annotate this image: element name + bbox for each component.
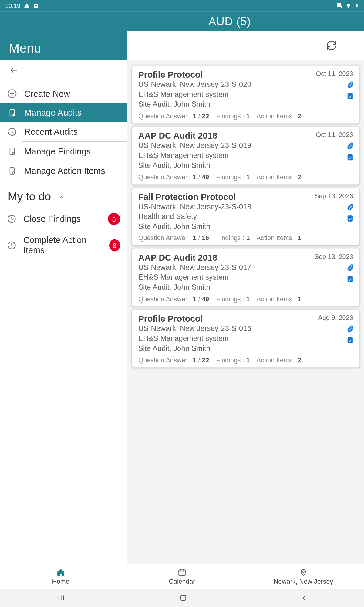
home-icon bbox=[56, 568, 65, 577]
clipboard-check-icon[interactable] bbox=[346, 337, 354, 344]
card-location: US-Newark, New Jersey-23-S-017 bbox=[138, 263, 353, 273]
nav-label: Home bbox=[52, 578, 69, 585]
more-icon[interactable] bbox=[350, 41, 353, 50]
card-location: US-Newark, New Jersey-23-S-018 bbox=[138, 202, 353, 212]
card-type-auditor: Site Audit, John Smith bbox=[138, 161, 353, 171]
audit-card[interactable]: Profile ProtocolOct 11, 2023US-Newark, N… bbox=[132, 65, 359, 124]
header-title: AUD (5) bbox=[209, 15, 251, 28]
badge-count: 8 bbox=[109, 239, 120, 252]
history-icon bbox=[7, 127, 17, 137]
history-icon bbox=[7, 214, 16, 224]
svg-point-10 bbox=[12, 172, 15, 174]
card-location: US-Newark, New Jersey-23-S-016 bbox=[138, 324, 353, 334]
svg-rect-14 bbox=[348, 93, 353, 99]
sidebar-item-label: Manage Action Items bbox=[24, 166, 105, 176]
card-location: US-Newark, New Jersey-23-S-020 bbox=[138, 80, 353, 90]
card-type-auditor: Site Audit, John Smith bbox=[138, 222, 353, 232]
main-panel: Profile ProtocolOct 11, 2023US-Newark, N… bbox=[127, 31, 364, 564]
svg-rect-3 bbox=[356, 4, 357, 4]
nav-location[interactable]: Newark, New Jersey bbox=[243, 564, 364, 589]
warning-icon bbox=[24, 3, 30, 9]
battery-icon bbox=[355, 3, 359, 9]
sidebar-item-label: Recent Audits bbox=[24, 127, 78, 137]
svg-point-13 bbox=[352, 46, 352, 47]
sidebar: Menu Create New Manage Audits bbox=[0, 31, 127, 564]
clipboard-check-icon[interactable] bbox=[346, 92, 354, 100]
square-icon bbox=[33, 3, 39, 8]
card-date: Oct 11, 2023 bbox=[316, 131, 353, 138]
chevron-up-icon bbox=[57, 194, 66, 200]
document-eye-icon bbox=[7, 146, 17, 156]
back-icon[interactable] bbox=[8, 66, 119, 75]
svg-point-1 bbox=[35, 5, 37, 7]
android-nav-bar bbox=[0, 589, 364, 607]
svg-rect-2 bbox=[356, 4, 358, 7]
svg-rect-21 bbox=[181, 595, 186, 601]
svg-point-8 bbox=[12, 152, 15, 154]
location-pin-icon bbox=[299, 568, 307, 577]
sidebar-item-recent-audits[interactable]: Recent Audits bbox=[0, 122, 127, 141]
calendar-icon bbox=[178, 568, 187, 577]
sync-icon[interactable] bbox=[326, 40, 337, 51]
svg-rect-17 bbox=[348, 276, 353, 282]
clipboard-check-icon[interactable] bbox=[346, 153, 354, 161]
audit-card[interactable]: Fall Protection ProtocolSep 13, 2023US-N… bbox=[132, 187, 359, 246]
app-header: AUD (5) bbox=[0, 11, 364, 31]
card-system: Health and Safety bbox=[138, 212, 353, 222]
sidebar-item-manage-audits[interactable]: Manage Audits bbox=[0, 103, 127, 122]
android-home-icon[interactable] bbox=[179, 594, 188, 602]
badge-count: 5 bbox=[108, 213, 120, 225]
android-recents-icon[interactable] bbox=[56, 594, 66, 602]
sidebar-item-create-new[interactable]: Create New bbox=[0, 84, 127, 103]
attachment-icon[interactable] bbox=[346, 203, 354, 211]
svg-rect-19 bbox=[179, 570, 185, 575]
svg-rect-15 bbox=[348, 154, 353, 160]
card-type-auditor: Site Audit, John Smith bbox=[138, 344, 353, 354]
svg-point-6 bbox=[12, 114, 15, 116]
attachment-icon[interactable] bbox=[346, 81, 354, 89]
card-location: US-Newark, New Jersey-23-S-019 bbox=[138, 141, 353, 151]
bottom-nav: Home Calendar Newark, New Jersey bbox=[0, 564, 364, 589]
card-type-auditor: Site Audit, John Smith bbox=[138, 100, 353, 110]
menu-header: Menu bbox=[0, 31, 127, 60]
clipboard-check-icon[interactable] bbox=[346, 276, 354, 283]
audit-card[interactable]: Profile ProtocolAug 9, 2023US-Newark, Ne… bbox=[132, 309, 359, 368]
todo-header[interactable]: My to do bbox=[0, 180, 127, 208]
wifi-icon bbox=[345, 3, 352, 9]
clipboard-icon bbox=[7, 107, 17, 118]
sidebar-item-label: Manage Findings bbox=[24, 146, 91, 156]
attachment-icon[interactable] bbox=[346, 264, 354, 272]
svg-rect-16 bbox=[348, 215, 353, 221]
audit-list[interactable]: Profile ProtocolOct 11, 2023US-Newark, N… bbox=[127, 60, 364, 564]
history-icon bbox=[7, 241, 16, 250]
todo-item-label: Close Findings bbox=[23, 214, 81, 224]
sidebar-item-label: Manage Audits bbox=[24, 108, 82, 118]
nav-label: Calendar bbox=[169, 578, 195, 585]
audit-card[interactable]: AAP DC Audit 2018Sep 13, 2023US-Newark, … bbox=[132, 248, 359, 307]
todo-item-label: Complete Action Items bbox=[23, 236, 102, 256]
todo-item-complete-action-items[interactable]: Complete Action Items 8 bbox=[0, 230, 127, 261]
android-back-icon[interactable] bbox=[301, 594, 308, 602]
plus-circle-icon bbox=[7, 88, 17, 99]
nav-calendar[interactable]: Calendar bbox=[121, 564, 243, 589]
card-date: Sep 13, 2023 bbox=[315, 253, 353, 260]
card-system: EH&S Management system bbox=[138, 90, 353, 100]
nav-home[interactable]: Home bbox=[0, 564, 121, 589]
card-date: Sep 13, 2023 bbox=[315, 192, 353, 199]
card-type-auditor: Site Audit, John Smith bbox=[138, 283, 353, 293]
attachment-icon[interactable] bbox=[346, 142, 354, 150]
audit-card[interactable]: AAP DC Audit 2018Oct 11, 2023US-Newark, … bbox=[132, 126, 359, 185]
sidebar-item-manage-action-items[interactable]: Manage Action Items bbox=[0, 161, 127, 180]
card-stats: Question Answer : 1 / 22 Findings : 1 Ac… bbox=[138, 112, 353, 120]
card-system: EH&S Management system bbox=[138, 334, 353, 344]
card-stats: Question Answer : 1 / 49 Findings : 1 Ac… bbox=[138, 173, 353, 181]
clipboard-check-icon[interactable] bbox=[346, 215, 354, 222]
svg-point-11 bbox=[352, 44, 352, 45]
attachment-icon[interactable] bbox=[346, 325, 354, 333]
svg-point-20 bbox=[302, 571, 304, 572]
card-system: EH&S Management system bbox=[138, 273, 353, 283]
todo-header-label: My to do bbox=[8, 190, 51, 203]
sidebar-item-manage-findings[interactable]: Manage Findings bbox=[0, 142, 127, 161]
todo-item-close-findings[interactable]: Close Findings 5 bbox=[0, 208, 127, 230]
status-time: 10:19 bbox=[5, 2, 20, 9]
